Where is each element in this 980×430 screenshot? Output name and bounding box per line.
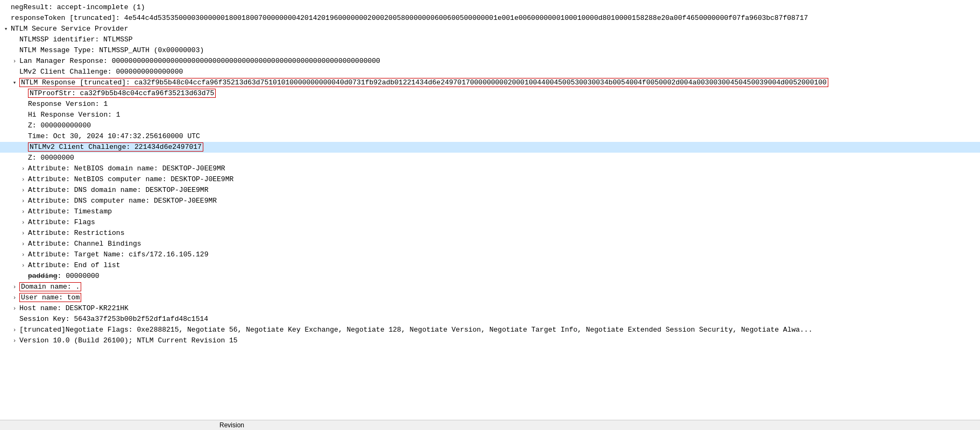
tree-row[interactable]: NTLMv2 Client Challenge: 221434d6e249701… <box>0 142 980 153</box>
tree-toggle[interactable]: › <box>19 240 27 248</box>
row-text: Domain name: . <box>18 282 81 292</box>
row-text: NTLM Secure Service Provider <box>10 24 128 34</box>
row-text: Time: Oct 30, 2024 10:47:32.256160000 UT… <box>27 132 200 141</box>
tree-row[interactable]: ›Attribute: NetBIOS domain name: DESKTOP… <box>0 163 980 174</box>
row-text: Version 10.0 (Build 26100); NTLM Current… <box>18 336 238 346</box>
tree-toggle[interactable]: › <box>19 197 27 205</box>
row-text: Attribute: Channel Bindings <box>27 239 141 249</box>
tree-row[interactable]: LMv2 Client Challenge: 0000000000000000 <box>0 67 980 77</box>
tree-row[interactable]: ›Attribute: DNS domain name: DESKTOP-J0E… <box>0 185 980 196</box>
tree-row[interactable]: ›Attribute: Flags <box>0 217 980 228</box>
row-text: NTLMSSP identifier: NTLMSSP <box>18 35 133 45</box>
tree-row[interactable]: ›Attribute: Target Name: cifs/172.16.105… <box>0 249 980 260</box>
tree-row[interactable]: Z: 00000000 <box>0 153 980 163</box>
tree-row[interactable]: ›Host name: DESKTOP-KR221HK <box>0 303 980 314</box>
row-text: Response Version: 1 <box>27 99 108 109</box>
tree-toggle[interactable]: › <box>11 337 18 345</box>
tree-toggle[interactable]: › <box>11 283 18 291</box>
tree-row[interactable]: ›User name: tom <box>0 292 980 303</box>
row-text: padding: 00000000 <box>27 271 100 281</box>
row-text: User name: tom <box>18 293 81 303</box>
tree-toggle[interactable]: › <box>19 219 27 226</box>
tree-toggle[interactable]: › <box>11 326 18 334</box>
tree-row[interactable]: ›Attribute: DNS computer name: DESKTOP-J… <box>0 196 980 206</box>
row-text: Z: 00000000 <box>27 153 74 163</box>
row-text: NTProofStr: ca32f9b5b48c04ccfa96f35213d6… <box>27 89 216 98</box>
tree-row[interactable]: Z: 000000000000 <box>0 120 980 131</box>
row-text: Session Key: 5643a37f253b00b2f52df1afd48… <box>18 314 208 324</box>
row-text: Attribute: Flags <box>27 218 95 227</box>
tree-row[interactable]: Session Key: 5643a37f253b00b2f52df1afd48… <box>0 314 980 325</box>
tree-toggle[interactable]: › <box>19 208 27 216</box>
row-text: Hi Response Version: 1 <box>27 110 120 120</box>
tree-row[interactable]: padding: 00000000 <box>0 271 980 282</box>
row-text: Attribute: End of list <box>27 261 120 270</box>
tree-row[interactable]: ›[truncated]Negotiate Flags: 0xe2888215,… <box>0 325 980 335</box>
tree-row[interactable]: ›Domain name: . <box>0 282 980 292</box>
tree-toggle[interactable]: › <box>11 294 18 302</box>
row-text: LMv2 Client Challenge: 0000000000000000 <box>18 67 183 77</box>
row-text: Attribute: NetBIOS computer name: DESKTO… <box>27 175 233 184</box>
tree-row[interactable]: Time: Oct 30, 2024 10:47:32.256160000 UT… <box>0 131 980 142</box>
tree-row[interactable]: ▾NTLM Response [truncated]: ca32f9b5b48c… <box>0 77 980 88</box>
tree-toggle[interactable]: › <box>11 305 18 312</box>
tree-row[interactable]: ›Attribute: Restrictions <box>0 228 980 239</box>
row-text: NTLM Response [truncated]: ca32f9b5b48c0… <box>18 78 828 88</box>
tree-toggle[interactable]: › <box>19 176 27 183</box>
row-text: Attribute: Target Name: cifs/172.16.105.… <box>27 250 208 260</box>
tree-toggle[interactable]: › <box>19 187 27 194</box>
tree-row[interactable]: ›Version 10.0 (Build 26100); NTLM Curren… <box>0 335 980 346</box>
tree-row[interactable]: ›Attribute: Timestamp <box>0 206 980 217</box>
row-text: Attribute: NetBIOS domain name: DESKTOP-… <box>27 164 225 174</box>
tree-row[interactable]: negResult: accept-incomplete (1) <box>0 2 980 13</box>
tree-toggle[interactable]: ▾ <box>2 25 10 33</box>
tree-row[interactable]: ›Attribute: End of list <box>0 260 980 271</box>
tree-toggle[interactable]: › <box>19 165 27 173</box>
tree-row[interactable]: NTLMSSP identifier: NTLMSSP <box>0 34 980 45</box>
row-text: NTLMv2 Client Challenge: 221434d6e249701… <box>27 142 203 152</box>
tree-row[interactable]: NTLM Message Type: NTLMSSP_AUTH (0x00000… <box>0 45 980 56</box>
tree-row[interactable]: responseToken [truncated]: 4e544c4d53535… <box>0 13 980 24</box>
row-text: [truncated]Negotiate Flags: 0xe2888215, … <box>18 325 812 335</box>
tree-row[interactable]: NTProofStr: ca32f9b5b48c04ccfa96f35213d6… <box>0 88 980 99</box>
tree-row[interactable]: ›Attribute: NetBIOS computer name: DESKT… <box>0 174 980 185</box>
tree-row[interactable]: Response Version: 1 <box>0 99 980 110</box>
row-text: negResult: accept-incomplete (1) <box>10 3 145 12</box>
row-text: NTLM Message Type: NTLMSSP_AUTH (0x00000… <box>18 46 204 55</box>
tree-row[interactable]: ›Lan Manager Response: 00000000000000000… <box>0 56 980 67</box>
tree-toggle[interactable]: › <box>19 230 27 237</box>
row-text: Attribute: DNS domain name: DESKTOP-J0EE… <box>27 185 208 195</box>
row-text: responseToken [truncated]: 4e544c4d53535… <box>10 13 808 23</box>
tree-toggle[interactable]: ▾ <box>11 79 18 87</box>
row-text: Lan Manager Response: 000000000000000000… <box>18 56 380 66</box>
tree-toggle[interactable]: › <box>11 58 18 65</box>
row-text: Attribute: Timestamp <box>27 207 112 217</box>
tree-toggle[interactable]: › <box>19 262 27 269</box>
row-text: Attribute: Restrictions <box>27 228 124 238</box>
tree-row[interactable]: ›Attribute: Channel Bindings <box>0 239 980 249</box>
tree-row[interactable]: ▾NTLM Secure Service Provider <box>0 24 980 34</box>
row-text: Z: 000000000000 <box>27 121 91 131</box>
packet-tree: negResult: accept-incomplete (1) respons… <box>0 0 980 348</box>
row-text: Attribute: DNS computer name: DESKTOP-J0… <box>27 196 217 206</box>
row-text: Host name: DESKTOP-KR221HK <box>18 304 129 313</box>
tree-toggle[interactable]: › <box>19 251 27 259</box>
tree-row[interactable]: Hi Response Version: 1 <box>0 110 980 120</box>
